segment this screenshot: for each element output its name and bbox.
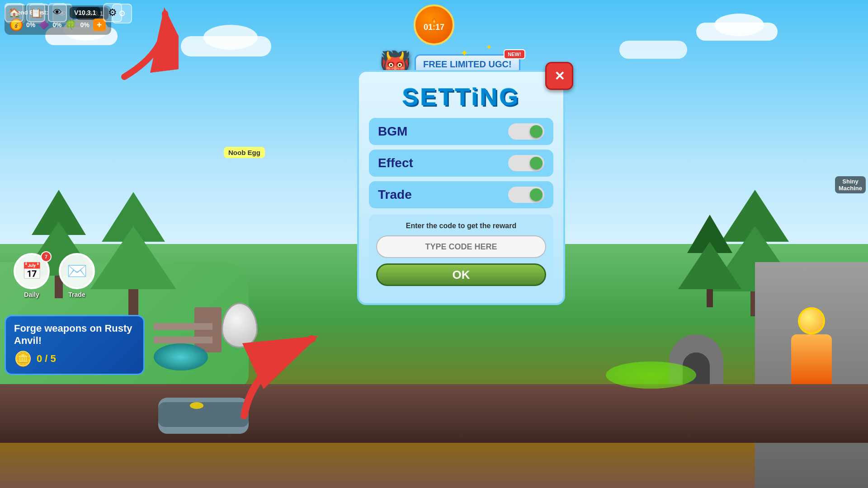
bgm-row: BGM: [369, 118, 553, 145]
trade-setting-label: Trade: [378, 188, 412, 202]
menu-button-2[interactable]: 📋: [26, 3, 45, 22]
trade-toggle-knob: [530, 188, 542, 201]
effect-label: Effect: [378, 156, 413, 170]
fence-rail-1: [154, 323, 212, 330]
timer-area: 🔥 01:17: [414, 5, 454, 45]
code-instructions: Enter the code to get the reward: [376, 222, 546, 230]
trade-icon: ✉️: [67, 262, 87, 281]
fence-rail-2: [154, 337, 212, 343]
trade-toggle[interactable]: [508, 187, 544, 203]
code-input[interactable]: [376, 235, 546, 258]
effect-row: Effect: [369, 150, 553, 177]
menu-button-3[interactable]: 👁: [48, 3, 67, 22]
trade-label: Trade: [68, 291, 85, 298]
shiny-machine: [791, 334, 832, 389]
cloud-7: [619, 41, 687, 59]
sparkle-star-2: ✦: [486, 43, 492, 52]
effect-toggle[interactable]: [508, 155, 544, 171]
close-button[interactable]: ✕: [545, 62, 573, 90]
bgm-toggle[interactable]: [508, 123, 544, 140]
settings-modal: ✕ SETTiNG BGM Effect Trade Enter the cod…: [357, 70, 565, 305]
shiny-machine-label: ShinyMachine: [835, 176, 866, 193]
quest-progress: 0 / 5: [37, 353, 56, 365]
new-badge: NEW!: [504, 49, 525, 59]
tree-far-right: [678, 215, 741, 307]
ground-dot: [190, 402, 203, 409]
pond: [154, 343, 208, 371]
timer-icon: 🔥: [431, 18, 437, 23]
fence-post: [194, 307, 222, 352]
tree-left-center: [90, 192, 176, 316]
quest-title: Forge weapons on Rusty Anvil!: [14, 323, 135, 347]
timer-circle: 🔥 01:17: [414, 5, 454, 45]
ok-button[interactable]: OK: [376, 263, 546, 286]
trade-row: Trade: [369, 181, 553, 208]
daily-icon: 📅: [22, 262, 42, 281]
trade-button[interactable]: ✉️ Trade: [59, 253, 95, 298]
code-section: Enter the code to get the reward OK: [369, 215, 553, 293]
daily-badge: 7: [41, 251, 52, 262]
shiny-machine-top: [798, 307, 825, 334]
arrow-bottom-svg: [231, 330, 344, 420]
arrow-top-svg: [88, 0, 179, 86]
ground-highlight-right: [606, 361, 696, 389]
quest-progress-row: 🪙 0 / 5: [14, 350, 135, 367]
daily-label: Daily: [24, 291, 39, 298]
timer-display: 01:17: [424, 23, 444, 32]
menu-button-1[interactable]: 🏠: [5, 3, 24, 22]
noob-egg-label: Noob Egg: [224, 147, 265, 158]
bgm-toggle-knob: [530, 125, 542, 138]
cloud-4: [203, 25, 258, 50]
bgm-label: BGM: [378, 124, 407, 139]
dirt-path: [0, 384, 868, 443]
settings-title: SETTiNG: [369, 83, 553, 111]
effect-toggle-knob: [530, 157, 542, 169]
coin-reward-icon: 🪙: [14, 350, 32, 367]
quest-box: Forge weapons on Rusty Anvil! 🪙 0 / 5: [5, 315, 145, 375]
sparkle-star-1: ✦: [460, 47, 468, 59]
daily-button[interactable]: 📅 7 Daily: [14, 253, 50, 298]
